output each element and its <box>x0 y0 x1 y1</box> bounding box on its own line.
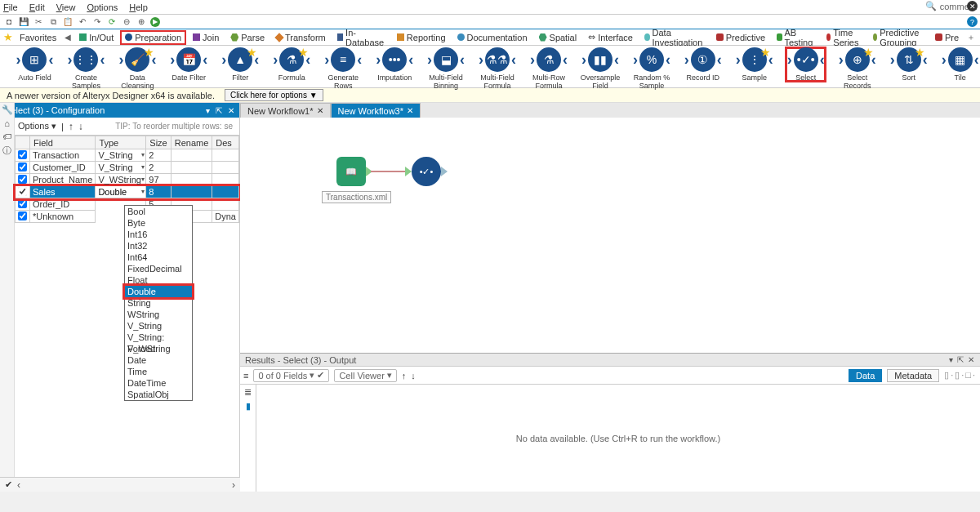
type-opt[interactable]: Int32 <box>125 240 192 252</box>
field-checkbox[interactable] <box>18 163 27 171</box>
tool-recordid[interactable]: ›①‹Record ID <box>683 47 723 82</box>
field-checkbox[interactable] <box>18 199 27 208</box>
type-opt[interactable]: Float <box>125 274 192 286</box>
metadata-tab[interactable]: Metadata <box>887 369 939 382</box>
cat-indb[interactable]: In-Database <box>332 30 390 45</box>
menu-edit[interactable]: Edit <box>29 2 45 12</box>
flag-icon[interactable]: ▮ <box>246 401 251 412</box>
tab-workflow1[interactable]: New Workflow1*✕ <box>240 103 331 118</box>
type-opt[interactable]: V_String <box>125 320 192 332</box>
type-opt[interactable]: Int64 <box>125 252 192 263</box>
fields-dropdown[interactable]: 0 of 0 Fields ▾ ✔ <box>253 369 329 382</box>
cat-interface[interactable]: ⇔Interface <box>583 30 638 45</box>
menu-view[interactable]: View <box>56 2 76 12</box>
workflow-canvas[interactable]: 📖 •✓• Transactions.xml <box>240 118 980 353</box>
save-icon[interactable]: 💾 <box>18 16 29 28</box>
type-opt[interactable]: V_String: Forced <box>125 332 192 343</box>
cat-timeseries[interactable]: Time Series <box>822 30 866 45</box>
tag-icon[interactable]: 🏷 <box>2 131 11 141</box>
close-tab-icon[interactable]: ✕ <box>407 106 413 115</box>
table-row-sales[interactable]: SalesDouble▾8 <box>16 186 239 198</box>
col-type[interactable]: Type <box>96 136 146 149</box>
cat-favorites[interactable]: Favorites <box>15 30 61 45</box>
cat-spatial[interactable]: Spatial <box>534 30 582 45</box>
menu-help[interactable]: Help <box>129 2 148 12</box>
node-input[interactable]: 📖 <box>336 157 366 186</box>
scroll-left-icon[interactable]: ‹ <box>17 479 20 491</box>
sort-desc-icon[interactable]: ↓ <box>78 121 83 132</box>
type-opt[interactable]: DateTime <box>125 377 192 389</box>
redo-icon[interactable]: ↷ <box>91 16 103 28</box>
cat-abtest[interactable]: AB Testing <box>772 30 820 45</box>
tab-workflow3[interactable]: New Workflow3*✕ <box>331 103 421 118</box>
tool-datacleansing[interactable]: ★›🧹‹DataCleansing <box>118 47 158 90</box>
open-icon[interactable]: ◘ <box>3 16 15 28</box>
info-icon[interactable]: ⓘ <box>2 145 11 157</box>
table-row[interactable]: Product_NameV_WString▾97 <box>16 174 239 186</box>
link-icon[interactable]: ⌂ <box>4 118 10 128</box>
tool-autofield[interactable]: ›⊞‹Auto Field <box>15 47 55 82</box>
node-select[interactable]: •✓• <box>412 157 441 186</box>
cat-datainv[interactable]: Data Investigation <box>639 30 710 45</box>
cat-inout[interactable]: In/Out <box>74 30 118 45</box>
cat-preparation[interactable]: Preparation <box>120 30 186 45</box>
menu-options[interactable]: Options <box>87 2 118 12</box>
tool-imputation[interactable]: ›•••‹Imputation <box>375 47 415 82</box>
wrench-icon[interactable]: 🔧 <box>2 105 13 115</box>
zoom-in-icon[interactable]: ⊕ <box>136 16 147 28</box>
col-desc[interactable]: Des <box>212 136 239 149</box>
table-row[interactable]: Customer_IDV_String▾2 <box>16 162 239 174</box>
copy-icon[interactable]: ⧉ <box>47 16 59 28</box>
field-checkbox[interactable] <box>18 187 27 196</box>
sort-asc-icon[interactable]: ↑ <box>402 371 407 381</box>
col-rename[interactable]: Rename <box>171 136 212 149</box>
tool-mfformula[interactable]: ›⚗⚗‹Multi-FieldFormula <box>478 47 518 90</box>
type-opt-double[interactable]: Double <box>125 286 192 297</box>
type-opt[interactable]: V_WString <box>125 343 192 354</box>
close-tab-icon[interactable]: ✕ <box>317 106 323 115</box>
type-opt[interactable]: SpatialObj <box>125 389 192 400</box>
run-icon[interactable]: ▶ <box>150 17 160 27</box>
cat-documentation[interactable]: Documentation <box>452 30 532 45</box>
refresh-icon[interactable]: ⟳ <box>106 16 118 28</box>
undo-icon[interactable]: ↶ <box>77 16 88 28</box>
tool-sort[interactable]: ★›⇅‹Sort <box>889 47 929 82</box>
help-icon[interactable]: ? <box>967 16 978 27</box>
nav-left-icon[interactable]: ◀ <box>63 33 73 42</box>
cat-predictive[interactable]: Predictive <box>711 30 770 45</box>
paste-icon[interactable]: 📋 <box>62 16 74 28</box>
cut-icon[interactable]: ✂ <box>33 16 44 28</box>
type-opt[interactable]: Date <box>125 354 192 366</box>
tool-randomsample[interactable]: ›%‹Random %Sample <box>631 47 671 90</box>
tool-select[interactable]: ›•✓•‹Select <box>786 47 826 82</box>
menu-file[interactable]: File <box>3 2 18 12</box>
cat-join[interactable]: Join <box>188 30 224 45</box>
field-checkbox[interactable] <box>18 211 27 220</box>
table-row[interactable]: TransactionV_String▾2 <box>16 149 239 162</box>
table-icon[interactable]: ≣ <box>244 387 252 398</box>
scroll-right-icon[interactable]: › <box>232 479 235 491</box>
panel-buttons[interactable]: ▾ ⇱ ✕ <box>949 355 975 364</box>
cat-parse[interactable]: Parse <box>225 30 270 45</box>
type-opt[interactable]: String <box>125 297 192 309</box>
col-size[interactable]: Size <box>146 136 171 149</box>
field-checkbox[interactable] <box>18 150 27 159</box>
sort-asc-icon[interactable]: ↑ <box>69 121 74 132</box>
tool-mrformula[interactable]: ›⚗‹Multi-RowFormula <box>529 47 569 90</box>
col-field[interactable]: Field <box>30 136 96 149</box>
tool-generaterows[interactable]: ›≡‹GenerateRows <box>323 47 363 90</box>
tool-datefilter[interactable]: ›📅‹Date Filter <box>169 47 209 82</box>
type-opt[interactable]: Byte <box>125 217 192 229</box>
layout-icons[interactable]: ▯·▯·□· <box>944 370 977 381</box>
tool-sample[interactable]: ★›⋮‹Sample <box>734 47 774 82</box>
zoom-out-icon[interactable]: ⊖ <box>121 16 132 28</box>
panel-buttons[interactable]: ▾ ⇱ ✕ <box>206 106 236 115</box>
cat-pre[interactable]: Pre <box>930 30 964 45</box>
cat-predgroup[interactable]: Predictive Grouping <box>868 30 929 45</box>
tool-filter[interactable]: ★›▲‹Filter <box>220 47 261 82</box>
type-opt[interactable]: Int16 <box>125 229 192 240</box>
tool-selectrecords[interactable]: ★›⊕‹Select Records <box>837 47 877 90</box>
options-dropdown[interactable]: Options ▾ <box>18 121 56 131</box>
sort-desc-icon[interactable]: ↓ <box>411 371 416 381</box>
cat-reporting[interactable]: Reporting <box>392 30 451 45</box>
